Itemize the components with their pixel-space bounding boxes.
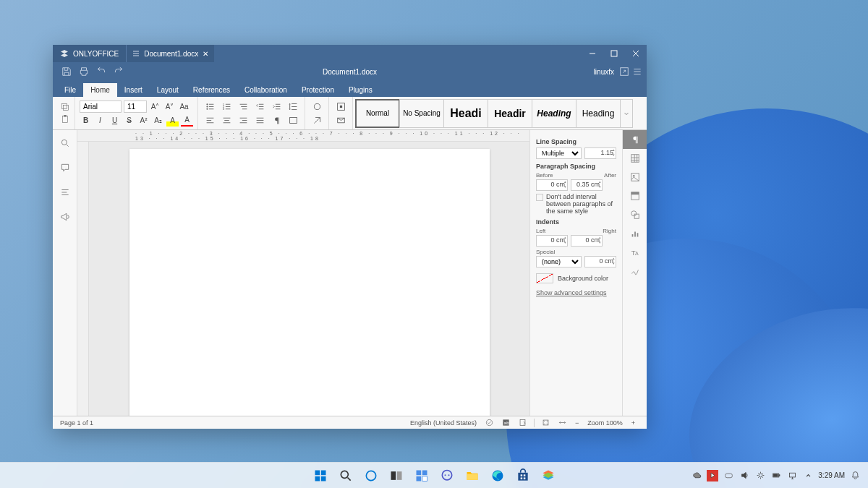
styles-more-button[interactable] bbox=[620, 99, 633, 128]
insert-shape-button[interactable] bbox=[310, 100, 324, 113]
nonprinting-button[interactable] bbox=[269, 114, 284, 127]
line-spacing-mode-select[interactable]: Multiple bbox=[536, 147, 582, 159]
search-button[interactable] bbox=[58, 136, 72, 150]
align-right-button[interactable] bbox=[236, 114, 250, 127]
style-normal[interactable]: Normal bbox=[355, 99, 400, 128]
store-button[interactable] bbox=[512, 465, 534, 487]
headings-button[interactable] bbox=[58, 185, 72, 200]
paragraph-panel-button[interactable] bbox=[623, 130, 647, 149]
window-maximize-button[interactable] bbox=[603, 45, 625, 62]
notifications-tray-icon[interactable] bbox=[849, 470, 861, 481]
bgcolor-swatch[interactable] bbox=[536, 273, 553, 283]
cortana-button[interactable] bbox=[360, 465, 382, 487]
paste-icon[interactable] bbox=[60, 114, 70, 124]
signature-panel-button[interactable] bbox=[623, 262, 647, 281]
align-left-button[interactable] bbox=[203, 114, 217, 127]
font-size-select[interactable] bbox=[124, 100, 147, 113]
zoom-in-button[interactable]: + bbox=[631, 419, 635, 427]
header-panel-button[interactable] bbox=[623, 187, 647, 205]
mailmerge-button[interactable] bbox=[333, 114, 348, 127]
align-justify-button[interactable] bbox=[252, 114, 267, 127]
style-heading2[interactable]: Headir bbox=[488, 99, 532, 128]
increase-font-button[interactable]: A˄ bbox=[149, 100, 161, 113]
tab-layout[interactable]: Layout bbox=[150, 83, 186, 97]
subscript-button[interactable]: A₂ bbox=[152, 114, 164, 127]
dec-indent-button[interactable] bbox=[252, 100, 267, 113]
indent-right-input[interactable]: 0 cm bbox=[571, 235, 603, 247]
print-icon[interactable] bbox=[79, 67, 89, 77]
style-no-spacing[interactable]: No Spacing bbox=[399, 99, 444, 128]
shading-button[interactable] bbox=[286, 114, 300, 127]
tab-plugins[interactable]: Plugins bbox=[341, 83, 380, 97]
inc-indent-button[interactable] bbox=[269, 100, 284, 113]
indent-left-input[interactable]: 0 cm bbox=[536, 235, 568, 247]
tab-insert[interactable]: Insert bbox=[117, 83, 150, 97]
save-icon[interactable] bbox=[61, 67, 72, 77]
document-tab[interactable]: Document1.docx ✕ bbox=[126, 45, 214, 62]
controller-tray-icon[interactable] bbox=[723, 470, 734, 481]
image-panel-button[interactable] bbox=[623, 168, 647, 187]
brightness-tray-icon[interactable] bbox=[754, 470, 766, 481]
fit-width-button[interactable] bbox=[558, 419, 566, 427]
doc-info-button[interactable] bbox=[519, 419, 527, 427]
zoom-label[interactable]: Zoom 100% bbox=[587, 419, 623, 427]
window-minimize-button[interactable] bbox=[582, 45, 603, 62]
table-panel-button[interactable] bbox=[623, 149, 647, 168]
track-changes-button[interactable]: ab bbox=[502, 419, 510, 427]
vertical-ruler[interactable] bbox=[77, 142, 89, 416]
change-case-button[interactable]: Aa bbox=[178, 100, 190, 113]
battery-tray-icon[interactable] bbox=[770, 470, 782, 481]
horizontal-ruler[interactable]: · · 1 · · · 2 · · · 3 · · · 4 · · · 5 · … bbox=[77, 130, 529, 142]
align-center-button[interactable] bbox=[219, 114, 234, 127]
spellcheck-button[interactable] bbox=[485, 419, 493, 427]
comments-button[interactable] bbox=[58, 160, 72, 175]
strikethrough-button[interactable]: S bbox=[123, 114, 135, 127]
undo-icon[interactable] bbox=[96, 67, 106, 77]
chat-button[interactable] bbox=[436, 465, 458, 487]
tab-file[interactable]: File bbox=[57, 83, 83, 97]
highlight-button[interactable]: A bbox=[166, 114, 179, 127]
edge-button[interactable] bbox=[487, 465, 509, 487]
taskbar-clock[interactable]: 3:29 AM bbox=[818, 471, 845, 479]
red-tray-icon[interactable] bbox=[707, 470, 718, 481]
line-spacing-button[interactable] bbox=[286, 100, 300, 113]
taskview-button[interactable] bbox=[386, 465, 407, 487]
superscript-button[interactable]: A² bbox=[137, 114, 150, 127]
copy-icon[interactable] bbox=[60, 102, 70, 112]
font-family-select[interactable] bbox=[80, 100, 122, 113]
multilevel-button[interactable] bbox=[236, 100, 250, 113]
chevron-tray-icon[interactable] bbox=[802, 470, 814, 481]
chart-panel-button[interactable] bbox=[623, 224, 647, 243]
open-location-icon[interactable] bbox=[619, 67, 629, 77]
zoom-out-button[interactable]: − bbox=[575, 419, 579, 427]
explorer-button[interactable] bbox=[461, 465, 483, 487]
line-spacing-value-input[interactable]: 1.15 bbox=[584, 147, 616, 159]
start-button[interactable] bbox=[310, 465, 331, 487]
special-indent-select[interactable]: (none) bbox=[536, 256, 582, 267]
shape-panel-button[interactable] bbox=[623, 205, 647, 224]
language-selector[interactable]: English (United States) bbox=[410, 419, 477, 427]
tab-close-button[interactable]: ✕ bbox=[203, 50, 208, 58]
menu-icon[interactable] bbox=[632, 67, 642, 77]
underline-button[interactable]: U bbox=[109, 114, 121, 127]
document-page[interactable] bbox=[129, 149, 490, 416]
spacing-after-input[interactable]: 0.35 cm bbox=[571, 179, 603, 191]
weather-tray-icon[interactable] bbox=[691, 470, 702, 481]
numbering-button[interactable]: 123 bbox=[219, 100, 234, 113]
bold-button[interactable]: B bbox=[80, 114, 92, 127]
advanced-settings-link[interactable]: Show advanced settings bbox=[536, 289, 616, 296]
bullets-button[interactable] bbox=[203, 100, 217, 113]
style-heading4[interactable]: Heading bbox=[576, 99, 621, 128]
search-button-taskbar[interactable] bbox=[335, 465, 357, 487]
feedback-button[interactable] bbox=[58, 210, 72, 224]
spacing-before-input[interactable]: 0 cm bbox=[536, 179, 568, 191]
special-indent-input[interactable]: 0 cm bbox=[584, 256, 616, 267]
app-icon-taskbar[interactable] bbox=[537, 465, 559, 487]
italic-button[interactable]: I bbox=[94, 114, 106, 127]
tab-collaboration[interactable]: Collaboration bbox=[237, 83, 294, 97]
insert-field-button[interactable] bbox=[333, 100, 348, 113]
fit-page-button[interactable] bbox=[542, 419, 550, 427]
widgets-button[interactable] bbox=[411, 465, 433, 487]
window-close-button[interactable] bbox=[625, 45, 647, 62]
username-label[interactable]: linuxfx bbox=[594, 68, 614, 76]
